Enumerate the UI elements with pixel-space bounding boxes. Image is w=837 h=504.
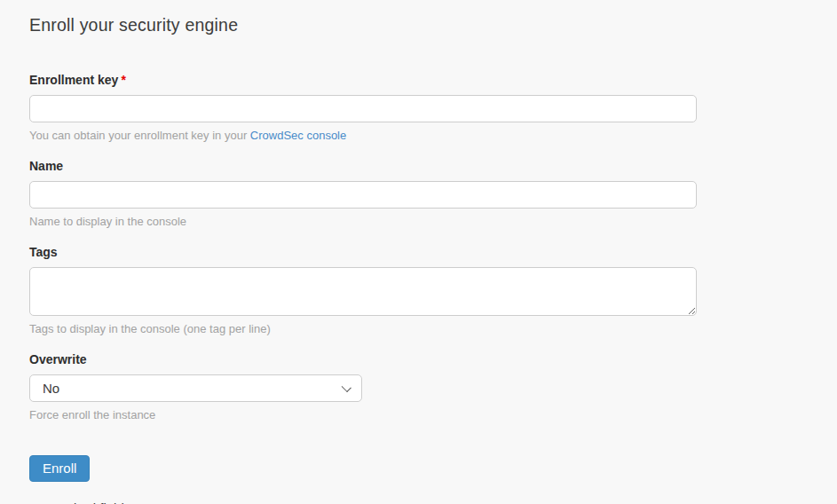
enrollment-key-help: You can obtain your enrollment key in yo… [29, 129, 837, 142]
crowdsec-console-link[interactable]: CrowdSec console [250, 129, 346, 142]
enroll-button[interactable]: Enroll [29, 455, 90, 482]
overwrite-group: Overwrite No Force enroll the instance [29, 352, 837, 421]
enrollment-key-label-text: Enrollment key [29, 73, 118, 87]
enrollment-key-input[interactable] [29, 95, 697, 122]
required-fields-note: *: Required fields [29, 500, 837, 504]
name-label: Name [29, 159, 837, 173]
name-help: Name to display in the console [29, 215, 837, 228]
name-group: Name Name to display in the console [29, 159, 837, 228]
enrollment-key-group: Enrollment key* You can obtain your enro… [29, 73, 837, 142]
page-title: Enroll your security engine [29, 15, 837, 35]
overwrite-select-wrap: No [29, 374, 362, 402]
enrollment-key-label: Enrollment key* [29, 73, 837, 87]
required-asterisk: * [121, 73, 125, 87]
tags-help: Tags to display in the console (one tag … [29, 322, 837, 335]
tags-textarea[interactable] [29, 267, 697, 316]
tags-group: Tags Tags to display in the console (one… [29, 245, 837, 335]
overwrite-select[interactable]: No [29, 374, 362, 402]
tags-label: Tags [29, 245, 837, 259]
overwrite-label: Overwrite [29, 352, 837, 366]
name-input[interactable] [29, 181, 697, 209]
enrollment-key-help-text: You can obtain your enrollment key in yo… [29, 129, 250, 142]
enroll-page: Enroll your security engine Enrollment k… [0, 0, 837, 504]
enroll-form: Enrollment key* You can obtain your enro… [29, 73, 837, 504]
overwrite-help: Force enroll the instance [29, 408, 837, 421]
required-fields-text: : Required fields [35, 500, 130, 504]
